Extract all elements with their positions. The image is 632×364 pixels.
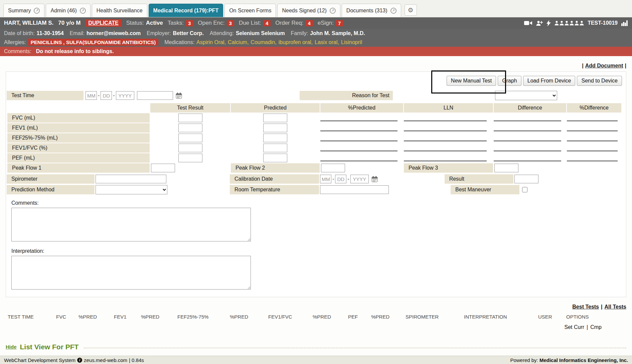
tab-label: Documents (313) [346,8,387,14]
test-time-time-input[interactable] [137,91,173,100]
best-tests-link[interactable]: Best Tests [572,304,599,310]
patient-name: HART, WILLIAM S. [4,20,53,26]
fev1-fvc-predicted-input[interactable] [263,144,287,152]
peak-flow-1-input[interactable] [151,164,175,172]
row-label-fef25-75: FEF25%-75% (mL) [7,133,150,143]
room-temperature-input[interactable] [320,185,389,194]
popup-window-icon[interactable]: ↗ [34,8,40,14]
set-curr-link[interactable]: Set Curr [564,324,584,330]
tab-label: On Screen Forms [229,8,271,14]
test-time-day-input[interactable] [101,91,112,100]
info-icon[interactable]: i [77,358,82,363]
calibration-month-input[interactable] [320,175,331,183]
tab-admin[interactable]: Admin (46) ↗ [46,4,90,17]
result-input[interactable] [514,175,538,183]
results-col-pef: PEF [348,314,371,320]
esign-counter: eSign: 7 [318,20,343,26]
peak-flow-2-input[interactable] [321,164,345,172]
duplicate-badge[interactable]: DUPLICATE [85,19,121,27]
allergies-badge[interactable]: PENICILLINS , SULFA(SULFONAMIDE ANTIBIOT… [28,39,158,46]
hide-list-link[interactable]: Hide [6,344,17,350]
tasks-badge[interactable]: 3 [186,20,193,26]
order-req-badge[interactable]: 4 [305,20,313,26]
tab-summary[interactable]: Summary ↗ [3,4,44,17]
settings-gear-button[interactable]: ⚙ [405,4,417,16]
value-line [494,145,561,151]
value-line [404,135,487,141]
form-comments-label: Comments: [11,200,622,206]
gear-icon: ⚙ [408,7,414,13]
value-line [567,115,618,121]
medication-link[interactable]: ibuprofen oral [279,39,311,45]
tab-health-surveillance[interactable]: Health Surveillance [92,4,147,17]
send-to-device-button[interactable]: Send to Device [577,76,622,86]
separator: | [582,63,583,69]
pef-predicted-input[interactable] [263,154,287,162]
dob-field: Date of birth: 11-30-1954 [4,30,64,36]
best-maneuver-checkbox[interactable] [522,187,527,192]
open-enc-badge[interactable]: 3 [227,20,234,26]
tab-needs-signed[interactable]: Needs Signed (12) ↗ [277,4,340,17]
employer-value: Better Corp. [173,30,203,36]
fvc-test-result-input[interactable] [178,114,202,122]
form-comments-textarea[interactable] [11,208,251,241]
tab-label: Health Surveillance [97,8,143,14]
value-line [320,135,398,141]
medication-link[interactable]: Coumadin [251,39,275,45]
results-col-fvc: FVC [56,314,78,320]
flowsheet-chart-icon[interactable] [621,20,628,26]
calendar-icon[interactable] [176,93,182,99]
fev1-test-result-input[interactable] [178,124,202,132]
popup-window-icon[interactable]: ↗ [80,8,86,14]
add-document-link[interactable]: Add Document [585,63,623,69]
medications-list: Aspirin Oral, Calcium, Coumadin, ibuprof… [196,39,362,45]
graph-button[interactable]: Graph [498,76,521,86]
room-temperature-label: Room Temperature [230,185,319,194]
esign-badge[interactable]: 7 [336,20,343,26]
fef25-75-test-result-input[interactable] [178,134,202,142]
lightning-icon[interactable] [546,20,551,26]
due-list-badge[interactable]: 4 [263,20,271,26]
medication-link[interactable]: Lisinopril [341,39,362,45]
separator: | [625,63,626,69]
interpretation-textarea[interactable] [11,256,251,290]
status-field: Status: Active [126,20,163,26]
tab-documents[interactable]: Documents (313) ↗ [342,4,401,17]
column-header-test-result: Test Result [150,103,230,113]
add-person-icon[interactable] [536,20,543,26]
calibration-day-input[interactable] [335,175,346,183]
reason-for-test-select[interactable] [495,91,557,100]
cmp-link[interactable]: Cmp [590,324,602,330]
results-col-user: USER [538,314,566,320]
video-camera-icon[interactable] [524,20,532,26]
prediction-method-select[interactable] [96,185,167,194]
medication-link[interactable]: Lasix oral [315,39,337,45]
value-line [494,115,561,121]
prediction-method-label: Prediction Method [7,185,95,194]
new-manual-test-button[interactable]: New Manual Test [447,76,496,86]
interpretation-label: Interpretation: [11,248,622,254]
medication-link[interactable]: Calcium [228,39,247,45]
popup-window-icon[interactable]: ↗ [390,8,397,14]
peak-flow-3-input[interactable] [494,164,518,172]
results-col-spirometer: SPIROMETER [406,314,464,320]
fef25-75-predicted-input[interactable] [263,134,287,142]
fvc-predicted-input[interactable] [263,114,287,122]
add-document-row: | Add Document | [6,63,626,69]
calendar-icon[interactable] [371,176,378,182]
tab-label: Medical Record (179):PFT [153,8,219,14]
tab-medical-record-pft[interactable]: Medical Record (179):PFT [149,4,223,17]
pef-test-result-input[interactable] [178,154,202,162]
test-time-year-input[interactable] [116,91,134,100]
all-tests-link[interactable]: All Tests [605,304,627,310]
tab-on-screen-forms[interactable]: On Screen Forms [224,4,276,17]
test-time-month-input[interactable] [86,91,97,100]
medication-link[interactable]: Aspirin Oral [196,39,224,45]
popup-window-icon[interactable]: ↗ [330,8,336,14]
reason-for-test-label: Reason for Test [300,91,393,100]
spirometer-input[interactable] [96,175,166,183]
fev1-fvc-test-result-input[interactable] [178,144,202,152]
calibration-year-input[interactable] [350,175,369,183]
fev1-predicted-input[interactable] [263,124,287,132]
load-from-device-button[interactable]: Load From Device [523,76,576,86]
